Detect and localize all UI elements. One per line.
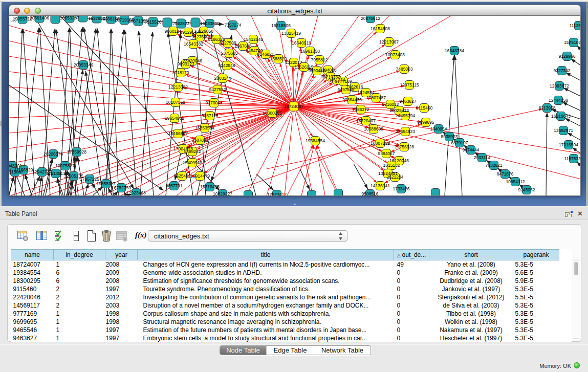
modify-table-icon-button[interactable] — [17, 230, 29, 242]
column-header-indegree[interactable]: in_degree — [54, 250, 105, 260]
new-table-icon-button[interactable] — [85, 230, 98, 242]
graph-node[interactable] — [191, 18, 200, 27]
node-attribute-table[interactable]: namein_degreeyeartitle△out_de...shortpag… — [11, 249, 572, 342]
cell-title[interactable]: Genome-wide association studies in ADHD. — [138, 269, 394, 277]
cell-pagerank[interactable]: 5.5E-5 — [513, 293, 559, 301]
cell-short[interactable]: Wolkin et al. (1998) — [429, 318, 513, 326]
graph-edge[interactable] — [43, 159, 52, 195]
cell-outde[interactable]: 0 — [394, 277, 429, 285]
cell-indegree[interactable]: 2 — [54, 293, 105, 301]
graph-node[interactable] — [244, 191, 253, 196]
graph-edge[interactable] — [46, 159, 52, 195]
table-row[interactable]: 946362711997Embryonic stem cells: a mode… — [11, 334, 559, 342]
cell-name[interactable]: 9115460 — [11, 285, 54, 293]
cell-indegree[interactable]: 1 — [54, 334, 105, 342]
cell-name[interactable]: 22420046 — [11, 293, 54, 301]
cell-title[interactable]: Embryonic stem cells: a model to study s… — [138, 334, 394, 342]
delete-table-icon-button[interactable] — [100, 230, 113, 242]
column-header-pagerank[interactable]: pagerank — [513, 250, 559, 260]
graph-edge[interactable] — [445, 55, 454, 195]
table-row[interactable]: 911546021997Tourette syndrome. Phenomeno… — [11, 285, 559, 293]
column-header-outde[interactable]: △out_de... — [394, 250, 429, 260]
cell-title[interactable]: Disruption of a novel member of a sodium… — [138, 301, 394, 310]
cell-outde[interactable]: 0 — [394, 334, 429, 342]
cell-year[interactable]: 1998 — [105, 310, 138, 318]
graph-edge[interactable] — [71, 28, 96, 195]
split-pane-handle[interactable] — [292, 203, 298, 206]
cell-short[interactable]: Stergiakouli et al. (2012) — [429, 293, 513, 301]
cell-outde[interactable]: 0 — [394, 269, 429, 277]
graph-edge[interactable] — [9, 106, 294, 179]
graph-edge[interactable] — [139, 31, 154, 195]
toggle-panel-icon-button[interactable] — [70, 230, 82, 242]
cell-short[interactable]: Nakamura et al. (1997) — [429, 326, 513, 334]
cell-name[interactable]: 18300295 — [11, 277, 54, 285]
cell-title[interactable]: Structural magnetic resonance image aver… — [138, 318, 394, 326]
cell-name[interactable]: 14569117 — [11, 301, 54, 310]
cell-pagerank[interactable]: 5.6E-5 — [513, 269, 559, 277]
cell-name[interactable]: 19384554 — [11, 269, 54, 277]
cell-title[interactable]: Investigating the contribution of common… — [138, 293, 394, 301]
cell-title[interactable]: Estimation of the future numbers of pati… — [138, 326, 394, 334]
tab-network-table[interactable]: Network Table — [314, 346, 371, 355]
table-row[interactable]: 977716911998Corpus callosum shape and si… — [11, 310, 559, 318]
panel-collapse-handle[interactable] — [0, 121, 2, 126]
close-panel-icon[interactable]: ✕ — [577, 210, 583, 217]
network-table-selector[interactable]: citations_edges.txt — [148, 230, 347, 242]
graph-node[interactable] — [163, 18, 172, 27]
cell-pagerank[interactable]: 5.3E-5 — [513, 301, 559, 310]
cell-pagerank[interactable]: 5.3E-5 — [513, 310, 559, 318]
cell-short[interactable]: Franke et al. (2009) — [429, 269, 513, 277]
cell-short[interactable]: de Silva et al. (2003) — [429, 301, 513, 310]
graph-edge[interactable] — [104, 30, 124, 195]
graph-edge[interactable] — [111, 29, 119, 195]
cell-title[interactable]: Tourette syndrome. Phenomenology and cla… — [138, 285, 394, 293]
cell-title[interactable]: Changes of HCN gene expression and I(f) … — [138, 260, 394, 269]
select-rows-icon-button[interactable] — [54, 230, 66, 242]
graph-edge[interactable] — [294, 106, 581, 179]
cell-outde[interactable]: 0 — [394, 301, 429, 310]
table-row[interactable]: 1872400712008Changes of HCN gene express… — [11, 260, 559, 269]
cell-name[interactable]: 18724007 — [11, 260, 54, 269]
cell-title[interactable]: Corpus callosum shape and size in male p… — [138, 310, 394, 318]
column-header-short[interactable]: short — [429, 250, 513, 260]
cell-short[interactable]: Yano et al. (2008) — [429, 260, 513, 269]
graph-edge[interactable] — [9, 106, 294, 148]
cell-year[interactable]: 1997 — [105, 334, 138, 342]
column-header-title[interactable]: title — [138, 250, 394, 260]
float-panel-icon[interactable] — [565, 211, 573, 217]
cell-year[interactable]: 1998 — [105, 318, 138, 326]
graph-edge[interactable] — [301, 145, 314, 195]
cell-pagerank[interactable]: 5.3E-5 — [513, 326, 559, 334]
cell-indegree[interactable]: 2 — [54, 285, 105, 293]
cell-indegree[interactable]: 1 — [54, 310, 105, 318]
table-row[interactable]: 1938455462009Genome-wide association stu… — [11, 269, 559, 277]
cell-name[interactable]: 9465546 — [11, 326, 54, 334]
network-window-titlebar[interactable]: citations_edges.txt — [9, 5, 581, 16]
cell-year[interactable]: 2009 — [105, 269, 138, 277]
graph-edge[interactable] — [9, 72, 294, 106]
cell-year[interactable]: 1997 — [105, 326, 138, 334]
cell-indegree[interactable]: 1 — [54, 318, 105, 326]
cell-indegree[interactable]: 2 — [54, 301, 105, 310]
graph-node[interactable] — [308, 191, 316, 196]
cell-outde[interactable]: 49 — [394, 260, 429, 269]
cell-short[interactable]: Jankovic et al. (1997) — [429, 285, 513, 293]
table-row[interactable]: 1830029562008Estimation of significance … — [11, 277, 559, 285]
cell-name[interactable]: 9463627 — [11, 334, 54, 342]
graph-edge[interactable] — [285, 106, 294, 195]
cell-outde[interactable]: 0 — [394, 326, 429, 334]
tab-node-table[interactable]: Node Table — [220, 346, 266, 355]
cell-short[interactable]: Tibbo et al. (1998) — [429, 310, 513, 318]
graph-node[interactable] — [334, 189, 343, 196]
memory-status-indicator[interactable] — [574, 362, 580, 368]
cell-outde[interactable]: 0 — [394, 318, 429, 326]
cell-indegree[interactable]: 6 — [54, 269, 105, 277]
scrollbar-thumb[interactable] — [574, 262, 578, 275]
cell-indegree[interactable]: 6 — [54, 277, 105, 285]
network-canvas[interactable]: 1905571220691406106532871527602696616010… — [9, 16, 581, 196]
cell-title[interactable]: Estimation of significance thresholds fo… — [138, 277, 394, 285]
cell-pagerank[interactable]: 5.3E-5 — [513, 334, 559, 342]
cell-indegree[interactable]: 1 — [54, 260, 105, 269]
cell-indegree[interactable]: 1 — [54, 326, 105, 334]
